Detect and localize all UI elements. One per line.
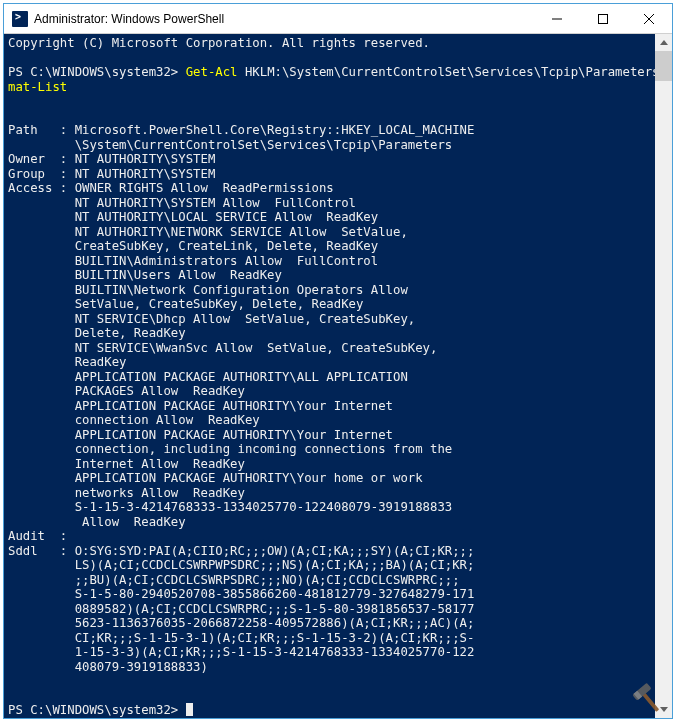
out-access-13: ReadKey — [8, 355, 126, 369]
powershell-window: Administrator: Windows PowerShell Copyri… — [3, 3, 673, 719]
out-access-7: BUILTIN\Users Allow ReadKey — [8, 268, 282, 282]
terminal-output[interactable]: Copyright (C) Microsoft Corporation. All… — [4, 34, 655, 718]
minimize-button[interactable] — [534, 4, 580, 33]
window-controls — [534, 4, 672, 33]
copyright-line: Copyright (C) Microsoft Corporation. All… — [8, 36, 430, 50]
minimize-icon — [552, 14, 562, 24]
out-sddl-5: 0889582)(A;CI;CCDCLCSWRPRC;;;S-1-5-80-39… — [8, 602, 474, 616]
out-access-20: Internet Allow ReadKey — [8, 457, 245, 471]
out-access-hdr: Access : OWNER RIGHTS Allow ReadPermissi… — [8, 181, 334, 195]
maximize-button[interactable] — [580, 4, 626, 33]
cmd-format-b: mat-List — [8, 80, 67, 94]
close-button[interactable] — [626, 4, 672, 33]
close-icon — [644, 14, 654, 24]
chevron-up-icon — [660, 40, 668, 45]
out-access-11: Delete, ReadKey — [8, 326, 186, 340]
out-access-23: S-1-15-3-4214768333-1334025770-122408079… — [8, 500, 452, 514]
out-sddl-8: 1-15-3-3)(A;CI;KR;;;S-1-15-3-4214768333-… — [8, 645, 474, 659]
out-sddl-4: S-1-5-80-2940520708-3855866260-481812779… — [8, 587, 474, 601]
scroll-track[interactable] — [655, 51, 672, 701]
out-sddl-7: CI;KR;;;S-1-15-3-1)(A;CI;KR;;;S-1-15-3-2… — [8, 631, 474, 645]
vertical-scrollbar[interactable] — [655, 34, 672, 718]
window-title: Administrator: Windows PowerShell — [34, 12, 534, 26]
cmd-arg: HKLM:\System\CurrentControlSet\Services\… — [238, 65, 655, 79]
out-sddl-9: 408079-3919188833) — [8, 660, 208, 674]
out-sddl-6: 5623-1136376035-2066872258-409572886)(A;… — [8, 616, 474, 630]
out-access-14: APPLICATION PACKAGE AUTHORITY\ALL APPLIC… — [8, 370, 408, 384]
out-access-24: Allow ReadKey — [8, 515, 186, 529]
out-path-1: Path : Microsoft.PowerShell.Core\Registr… — [8, 123, 474, 137]
out-access-2: NT AUTHORITY\SYSTEM Allow FullControl — [8, 196, 356, 210]
out-access-4: NT AUTHORITY\NETWORK SERVICE Allow SetVa… — [8, 225, 408, 239]
out-access-5: CreateSubKey, CreateLink, Delete, ReadKe… — [8, 239, 378, 253]
titlebar[interactable]: Administrator: Windows PowerShell — [4, 4, 672, 34]
out-access-21: APPLICATION PACKAGE AUTHORITY\Your home … — [8, 471, 423, 485]
prompt-1: PS C:\WINDOWS\system32> — [8, 65, 186, 79]
out-access-22: networks Allow ReadKey — [8, 486, 245, 500]
out-access-6: BUILTIN\Administrators Allow FullControl — [8, 254, 378, 268]
cmd-getacl: Get-Acl — [186, 65, 238, 79]
out-access-8: BUILTIN\Network Configuration Operators … — [8, 283, 408, 297]
out-path-2: \System\CurrentControlSet\Services\Tcpip… — [8, 138, 452, 152]
out-access-10: NT SERVICE\Dhcp Allow SetValue, CreateSu… — [8, 312, 415, 326]
out-access-17: connection Allow ReadKey — [8, 413, 260, 427]
scroll-thumb[interactable] — [655, 51, 672, 81]
content-area: Copyright (C) Microsoft Corporation. All… — [4, 34, 672, 718]
out-access-16: APPLICATION PACKAGE AUTHORITY\Your Inter… — [8, 399, 393, 413]
hammer-icon — [629, 680, 667, 718]
out-sddl-3: ;;BU)(A;CI;CCDCLCSWRPSDRC;;;NO)(A;CI;CCD… — [8, 573, 460, 587]
out-access-9: SetValue, CreateSubKey, Delete, ReadKey — [8, 297, 363, 311]
out-access-12: NT SERVICE\WwanSvc Allow SetValue, Creat… — [8, 341, 437, 355]
out-audit: Audit : — [8, 529, 67, 543]
maximize-icon — [598, 14, 608, 24]
svg-rect-1 — [599, 14, 608, 23]
scroll-up-button[interactable] — [655, 34, 672, 51]
out-access-15: PACKAGES Allow ReadKey — [8, 384, 245, 398]
out-group: Group : NT AUTHORITY\SYSTEM — [8, 167, 215, 181]
out-sddl-2: LS)(A;CI;CCDCLCSWRPWPSDRC;;;NS)(A;CI;KA;… — [8, 558, 474, 572]
out-access-18: APPLICATION PACKAGE AUTHORITY\Your Inter… — [8, 428, 393, 442]
out-access-3: NT AUTHORITY\LOCAL SERVICE Allow ReadKey — [8, 210, 378, 224]
out-owner: Owner : NT AUTHORITY\SYSTEM — [8, 152, 215, 166]
cursor — [186, 703, 193, 716]
powershell-icon — [12, 11, 28, 27]
prompt-2: PS C:\WINDOWS\system32> — [8, 703, 186, 717]
out-access-19: connection, including incoming connectio… — [8, 442, 452, 456]
out-sddl-1: Sddl : O:SYG:SYD:PAI(A;CIIO;RC;;;OW)(A;C… — [8, 544, 474, 558]
